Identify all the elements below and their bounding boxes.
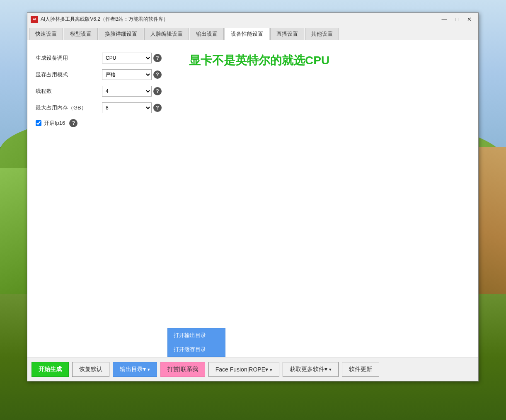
tab-model[interactable]: 模型设置 (64, 28, 98, 40)
reset-button[interactable]: 恢复默认 (72, 362, 109, 377)
tab-swap-detail[interactable]: 换脸详细设置 (99, 28, 143, 40)
tip-button[interactable]: 打赏|联系我 (160, 362, 205, 377)
maximize-button[interactable]: □ (451, 15, 462, 24)
hint-text: 显卡不是英特尔的就选CPU (189, 53, 329, 127)
max-memory-help[interactable]: ? (153, 104, 162, 112)
threads-label: 线程数 (36, 87, 102, 95)
tab-bar: 快速设置 模型设置 换脸详细设置 人脸编辑设置 输出设置 设备性能设置 直播设置… (27, 26, 478, 40)
app-window: AI AI人脸替换工具离线版V6.2（作者B站：万能君的软件库） — □ ✕ 快… (27, 12, 479, 381)
fp16-row: 开启fp16 ? (36, 119, 164, 127)
update-button[interactable]: 软件更新 (342, 362, 379, 377)
minimize-button[interactable]: — (438, 15, 450, 24)
toolbar: 开始生成 恢复默认 输出目录▾ 打赏|联系我 Face Fusion|ROPE▾… (27, 357, 478, 381)
output-dir-button[interactable]: 输出目录▾ (113, 362, 157, 377)
dropdown-open-cache[interactable]: 打开缓存目录 (168, 342, 225, 357)
output-dir-dropdown: 打开输出目录 打开缓存目录 (167, 328, 225, 357)
vram-mode-select[interactable]: 严格 普通 宽松 (102, 69, 152, 80)
start-button[interactable]: 开始生成 (31, 362, 69, 377)
tab-device[interactable]: 设备性能设置 (225, 28, 269, 40)
vram-mode-label: 显存占用模式 (36, 71, 102, 78)
close-button[interactable]: ✕ (463, 15, 475, 24)
more-software-button[interactable]: 获取更多软件▾ (283, 362, 339, 377)
window-controls: — □ ✕ (438, 15, 475, 24)
generate-device-select[interactable]: CPU GPU (102, 53, 152, 63)
max-memory-select[interactable]: 4 8 16 32 (102, 102, 152, 113)
settings-content: 生成设备调用 CPU GPU ? 显存占用模式 严格 普通 宽松 ? (36, 49, 470, 127)
threads-select[interactable]: 1 2 4 8 16 (102, 86, 152, 97)
max-memory-label: 最大占用内存（GB） (36, 104, 102, 112)
fp16-label[interactable]: 开启fp16 (44, 119, 65, 127)
threads-help[interactable]: ? (153, 87, 162, 95)
tab-other[interactable]: 其他设置 (305, 28, 339, 40)
app-title: AI人脸替换工具离线版V6.2（作者B站：万能君的软件库） (41, 16, 438, 23)
generate-device-help[interactable]: ? (153, 54, 162, 62)
dropdown-open-output[interactable]: 打开输出目录 (168, 328, 225, 342)
vram-mode-help[interactable]: ? (153, 70, 162, 79)
titlebar: AI AI人脸替换工具离线版V6.2（作者B站：万能君的软件库） — □ ✕ (27, 13, 478, 26)
tab-live[interactable]: 直播设置 (270, 28, 304, 40)
settings-left: 生成设备调用 CPU GPU ? 显存占用模式 严格 普通 宽松 ? (36, 49, 164, 127)
tab-output[interactable]: 输出设置 (190, 28, 224, 40)
settings-grid: 生成设备调用 CPU GPU ? 显存占用模式 严格 普通 宽松 ? (36, 53, 164, 113)
generate-device-label: 生成设备调用 (36, 54, 102, 62)
content-area: 生成设备调用 CPU GPU ? 显存占用模式 严格 普通 宽松 ? (27, 40, 478, 357)
tab-face-edit[interactable]: 人脸编辑设置 (144, 28, 189, 40)
facefusion-button[interactable]: Face Fusion|ROPE▾ (208, 362, 279, 377)
app-icon: AI (31, 16, 38, 23)
tab-quick[interactable]: 快速设置 (29, 28, 63, 40)
fp16-help[interactable]: ? (69, 119, 77, 127)
fp16-checkbox[interactable] (36, 120, 41, 126)
